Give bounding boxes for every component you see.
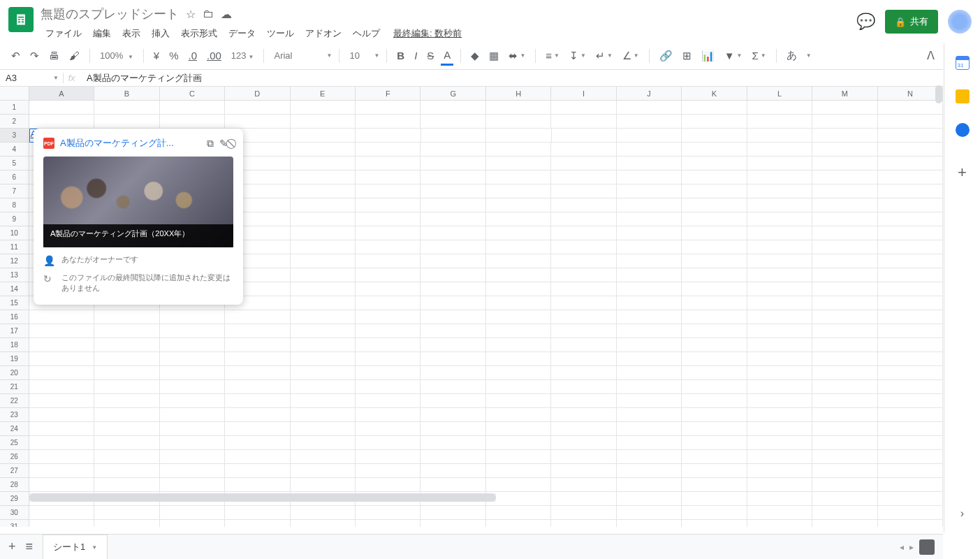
cell-N8[interactable] [878, 198, 943, 212]
row-header[interactable]: 13 [0, 268, 29, 282]
column-header-H[interactable]: H [486, 87, 551, 100]
cell-M19[interactable] [812, 352, 877, 366]
cell-J31[interactable] [617, 520, 682, 527]
row-header[interactable]: 17 [0, 324, 29, 338]
cell-B24[interactable] [94, 422, 159, 436]
cell-J23[interactable] [617, 408, 682, 422]
cell-L24[interactable] [747, 422, 812, 436]
cell-F22[interactable] [356, 394, 420, 408]
cell-H24[interactable] [486, 422, 551, 436]
scroll-right-icon[interactable]: ▸ [909, 542, 914, 552]
row-header[interactable]: 30 [0, 506, 29, 520]
cell-A23[interactable] [29, 408, 94, 422]
cell-J26[interactable] [617, 450, 682, 464]
cell-N30[interactable] [878, 506, 943, 520]
cell-E5[interactable] [291, 157, 356, 170]
cell-F24[interactable] [356, 422, 420, 436]
cell-J3[interactable] [617, 129, 682, 143]
cell-D18[interactable] [225, 338, 290, 352]
cell-L27[interactable] [747, 464, 812, 478]
account-avatar[interactable] [948, 10, 972, 34]
cell-K6[interactable] [682, 170, 747, 184]
cell-L29[interactable] [747, 492, 812, 506]
cell-K31[interactable] [682, 520, 747, 527]
menu-data[interactable]: データ [224, 25, 261, 42]
cell-I27[interactable] [551, 464, 616, 478]
cell-I21[interactable] [551, 380, 616, 394]
cell-G1[interactable] [420, 101, 485, 115]
sheet-tab-menu-icon[interactable]: ▼ [92, 544, 97, 551]
cell-K7[interactable] [682, 184, 747, 198]
cell-I14[interactable] [551, 282, 616, 296]
cell-L10[interactable] [747, 226, 812, 240]
cell-I25[interactable] [551, 436, 616, 450]
cell-N3[interactable] [878, 129, 943, 143]
cell-L11[interactable] [747, 240, 812, 254]
cell-H15[interactable] [486, 296, 551, 310]
cell-G24[interactable] [420, 422, 485, 436]
strike-icon[interactable]: S [424, 47, 437, 64]
cell-B27[interactable] [94, 464, 159, 478]
cell-H18[interactable] [486, 338, 551, 352]
v-align-icon[interactable]: ↧▼ [566, 47, 589, 65]
cell-G17[interactable] [420, 324, 485, 338]
row-header[interactable]: 31 [0, 520, 29, 527]
column-header-I[interactable]: I [551, 87, 616, 100]
cell-D21[interactable] [225, 380, 290, 394]
column-header-D[interactable]: D [225, 87, 290, 100]
menu-insert[interactable]: 挿入 [147, 25, 175, 42]
menu-format[interactable]: 表示形式 [176, 25, 222, 42]
cell-I6[interactable] [551, 170, 616, 184]
cell-M13[interactable] [812, 268, 877, 282]
cell-K24[interactable] [682, 422, 747, 436]
row-header[interactable]: 26 [0, 450, 29, 464]
column-header-K[interactable]: K [682, 87, 747, 100]
number-format-select[interactable]: 123▼ [228, 49, 257, 62]
h-align-icon[interactable]: ≡▼ [543, 47, 562, 64]
column-header-F[interactable]: F [356, 87, 420, 100]
cell-E23[interactable] [291, 408, 356, 422]
cell-M24[interactable] [812, 422, 877, 436]
cell-H25[interactable] [486, 436, 551, 450]
cell-I30[interactable] [551, 506, 616, 520]
cell-J24[interactable] [617, 422, 682, 436]
column-header-E[interactable]: E [291, 87, 356, 100]
cell-J17[interactable] [617, 324, 682, 338]
cell-I9[interactable] [551, 212, 616, 226]
cell-J29[interactable] [617, 492, 682, 506]
scroll-left-icon[interactable]: ◂ [900, 542, 904, 552]
row-header[interactable]: 7 [0, 184, 29, 198]
cell-D17[interactable] [225, 324, 290, 338]
cell-K2[interactable] [682, 115, 747, 129]
cell-M15[interactable] [812, 296, 877, 310]
cell-N29[interactable] [878, 492, 943, 506]
cell-H11[interactable] [486, 240, 551, 254]
cell-L5[interactable] [747, 157, 812, 170]
cell-G10[interactable] [420, 226, 485, 240]
font-select[interactable]: Arial [271, 49, 320, 62]
cell-G4[interactable] [420, 143, 485, 157]
cell-F21[interactable] [356, 380, 420, 394]
cell-G31[interactable] [420, 520, 485, 527]
rotate-icon[interactable]: ∠▼ [620, 47, 642, 65]
row-header[interactable]: 10 [0, 226, 29, 240]
star-icon[interactable]: ☆ [186, 8, 196, 21]
cell-I15[interactable] [551, 296, 616, 310]
row-header[interactable]: 19 [0, 352, 29, 366]
column-header-N[interactable]: N [878, 87, 943, 100]
cell-N15[interactable] [878, 296, 943, 310]
cell-D27[interactable] [225, 464, 290, 478]
cell-G11[interactable] [420, 240, 485, 254]
cell-F23[interactable] [356, 408, 420, 422]
vertical-scrollbar[interactable] [935, 85, 942, 103]
cell-M1[interactable] [812, 101, 877, 115]
cell-D28[interactable] [225, 478, 290, 492]
cell-K9[interactable] [682, 212, 747, 226]
cell-K15[interactable] [682, 296, 747, 310]
cell-A18[interactable] [29, 338, 94, 352]
cell-J19[interactable] [617, 352, 682, 366]
tasks-icon[interactable] [956, 123, 970, 137]
cell-A20[interactable] [29, 366, 94, 380]
menu-edit[interactable]: 編集 [88, 25, 116, 42]
cell-M4[interactable] [812, 143, 877, 157]
